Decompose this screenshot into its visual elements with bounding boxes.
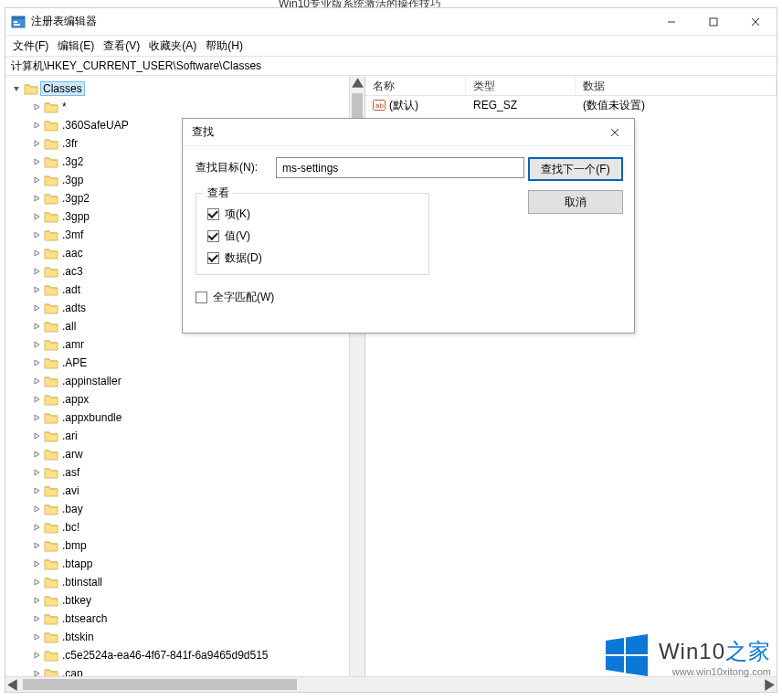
col-name[interactable]: 名称 <box>365 76 466 95</box>
tree-node[interactable]: .amr <box>5 335 365 354</box>
tree-label: .btsearch <box>62 612 107 625</box>
collapsed-icon[interactable] <box>31 193 42 204</box>
tree-node-root[interactable]: Classes <box>5 80 365 98</box>
cancel-button[interactable]: 取消 <box>528 190 623 214</box>
address-bar[interactable]: 计算机\HKEY_CURRENT_USER\Software\Classes <box>5 56 777 76</box>
tree-node[interactable]: .appx <box>5 390 365 408</box>
collapsed-icon[interactable] <box>31 321 42 332</box>
tree-label: .appxbundle <box>62 411 122 424</box>
tree-node[interactable]: .bmp <box>5 536 365 555</box>
collapsed-icon[interactable] <box>31 284 42 295</box>
collapsed-icon[interactable] <box>31 631 42 642</box>
collapsed-icon[interactable] <box>31 522 42 533</box>
menu-favorites[interactable]: 收藏夹(A) <box>149 38 196 54</box>
scroll-up-icon[interactable] <box>350 76 365 91</box>
svg-marker-52 <box>606 638 624 654</box>
string-value-icon: ab <box>373 99 386 111</box>
menu-edit[interactable]: 编辑(E) <box>58 38 94 54</box>
tree-node[interactable]: .btsearch <box>5 610 365 628</box>
expanded-icon[interactable] <box>11 83 22 94</box>
menu-bar[interactable]: 文件(F) 编辑(E) 查看(V) 收藏夹(A) 帮助(H) <box>5 36 777 56</box>
collapsed-icon[interactable] <box>31 613 42 624</box>
collapsed-icon[interactable] <box>31 120 42 131</box>
collapsed-icon[interactable] <box>31 650 42 661</box>
tree-node[interactable]: .ari <box>5 427 365 445</box>
collapsed-icon[interactable] <box>31 430 42 441</box>
svg-marker-8 <box>14 87 19 91</box>
tree-node[interactable]: .btskin <box>5 628 365 646</box>
collapsed-icon[interactable] <box>31 138 42 149</box>
tree-node[interactable]: .btkey <box>5 591 365 610</box>
menu-file[interactable]: 文件(F) <box>13 38 48 54</box>
collapsed-icon[interactable] <box>31 540 42 551</box>
svg-marker-24 <box>35 378 39 384</box>
checkbox-whole-word[interactable] <box>196 292 207 303</box>
tree-node[interactable]: .btapp <box>5 555 365 573</box>
collapsed-icon[interactable] <box>31 558 42 569</box>
tree-node[interactable]: .c5e2524a-ea46-4f67-841f-6a9465d9d515 <box>5 646 365 664</box>
folder-icon <box>44 119 58 132</box>
checkbox-whole-word-label: 全字匹配(W) <box>213 290 274 305</box>
collapsed-icon[interactable] <box>31 412 42 423</box>
col-type[interactable]: 类型 <box>466 76 576 95</box>
collapsed-icon[interactable] <box>31 339 42 350</box>
find-next-button[interactable]: 查找下一个(F) <box>528 157 623 181</box>
folder-icon <box>44 594 58 607</box>
scroll-thumb[interactable] <box>23 679 297 690</box>
tree-node[interactable]: .bay <box>5 500 365 518</box>
collapsed-icon[interactable] <box>31 394 42 405</box>
dialog-title-bar[interactable]: 查找 <box>183 119 634 146</box>
find-target-input[interactable] <box>276 157 524 178</box>
collapsed-icon[interactable] <box>31 577 42 588</box>
collapsed-icon[interactable] <box>31 229 42 240</box>
collapsed-icon[interactable] <box>31 302 42 313</box>
folder-icon <box>44 557 58 570</box>
col-data[interactable]: 数据 <box>576 76 777 95</box>
menu-help[interactable]: 帮助(H) <box>206 38 243 54</box>
tree-node[interactable]: .appinstaller <box>5 372 365 390</box>
collapsed-icon[interactable] <box>31 175 42 186</box>
collapsed-icon[interactable] <box>31 467 42 478</box>
folder-icon <box>44 210 58 223</box>
menu-view[interactable]: 查看(V) <box>103 38 140 54</box>
tree-node[interactable]: .btinstall <box>5 573 365 591</box>
tree-node[interactable]: .asf <box>5 463 365 482</box>
checkbox-keys[interactable] <box>207 208 219 220</box>
collapsed-icon[interactable] <box>31 449 42 460</box>
scroll-left-icon[interactable] <box>5 677 21 693</box>
tree-label: .amr <box>62 338 84 351</box>
tree-label: .bmp <box>62 539 87 552</box>
close-button[interactable] <box>734 8 777 36</box>
value-row[interactable]: ab (默认) REG_SZ (数值未设置) <box>365 96 777 114</box>
maximize-button[interactable] <box>692 8 734 36</box>
tree-label: .bay <box>62 503 83 515</box>
columns-header[interactable]: 名称 类型 数据 <box>365 76 777 96</box>
tree-label: .ac3 <box>62 265 83 278</box>
tree-node[interactable]: .bc! <box>5 518 365 536</box>
checkbox-data-label: 数据(D) <box>225 250 262 266</box>
svg-marker-37 <box>35 616 39 621</box>
svg-marker-9 <box>35 104 39 110</box>
collapsed-icon[interactable] <box>31 485 42 496</box>
tree-label: .btskin <box>62 631 94 643</box>
tree-node[interactable]: .avi <box>5 482 365 500</box>
tree-label: .btinstall <box>62 576 102 589</box>
dialog-close-button[interactable] <box>596 119 634 146</box>
tree-node[interactable]: .appxbundle <box>5 408 365 427</box>
collapsed-icon[interactable] <box>31 248 42 259</box>
collapsed-icon[interactable] <box>31 101 42 112</box>
tree-node[interactable]: .arw <box>5 445 365 463</box>
collapsed-icon[interactable] <box>31 376 42 387</box>
collapsed-icon[interactable] <box>31 504 42 514</box>
minimize-button[interactable] <box>650 8 692 36</box>
collapsed-icon[interactable] <box>31 211 42 222</box>
tree-node[interactable]: .APE <box>5 354 365 372</box>
tree-node[interactable]: * <box>5 98 365 116</box>
title-bar[interactable]: 注册表编辑器 <box>5 8 777 36</box>
checkbox-values[interactable] <box>207 230 219 242</box>
collapsed-icon[interactable] <box>31 156 42 167</box>
collapsed-icon[interactable] <box>31 357 42 368</box>
collapsed-icon[interactable] <box>31 266 42 277</box>
collapsed-icon[interactable] <box>31 595 42 606</box>
checkbox-data[interactable] <box>207 252 219 264</box>
